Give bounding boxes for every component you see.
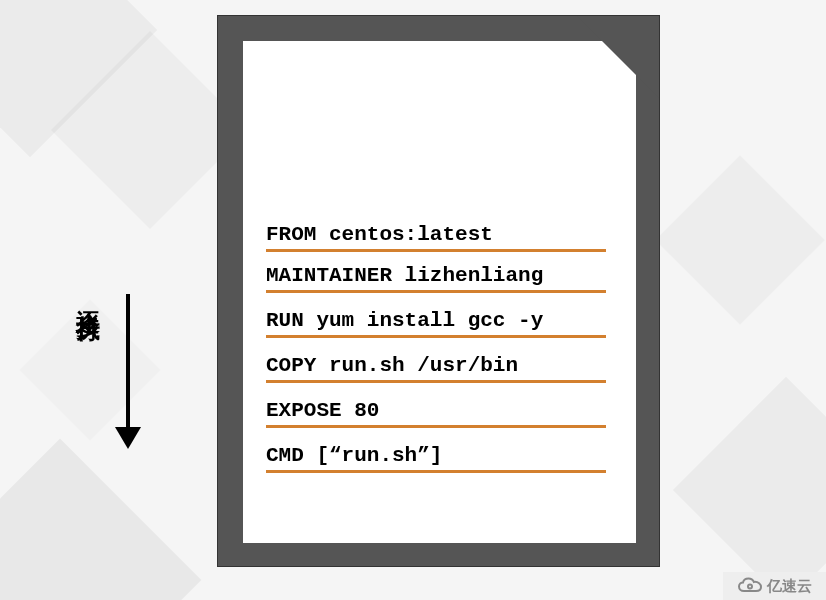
bg-polygon <box>655 155 825 325</box>
document-fold-corner <box>577 16 659 98</box>
dockerfile-content: FROM centos:latest MAINTAINER lizhenlian… <box>266 223 606 473</box>
execution-label: 逐步执行 <box>75 290 101 302</box>
dockerfile-from: FROM centos:latest <box>266 223 606 252</box>
document-page: FROM centos:latest MAINTAINER lizhenlian… <box>243 41 636 543</box>
dockerfile-copy: COPY run.sh /usr/bin <box>266 354 606 383</box>
watermark-text: 亿速云 <box>767 577 812 596</box>
dockerfile-cmd: CMD [“run.sh”] <box>266 444 606 473</box>
watermark-badge: 亿速云 <box>723 572 826 600</box>
dockerfile-document: FROM centos:latest MAINTAINER lizhenlian… <box>217 15 660 567</box>
dockerfile-maintainer: MAINTAINER lizhenliang <box>266 264 606 293</box>
bg-polygon <box>0 439 201 600</box>
dockerfile-run: RUN yum install gcc -y <box>266 309 606 338</box>
arrow-down-icon <box>126 294 130 429</box>
bg-polygon <box>673 377 826 600</box>
execution-flow-indicator: 逐步执行 <box>75 290 130 429</box>
cloud-icon <box>737 577 763 595</box>
dockerfile-expose: EXPOSE 80 <box>266 399 606 428</box>
